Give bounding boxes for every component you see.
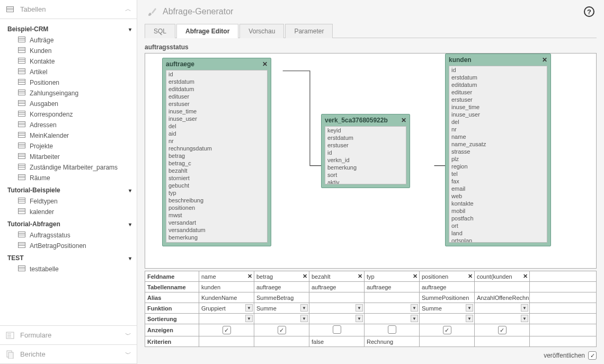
table-column[interactable]: versanddatum [166, 226, 267, 234]
grid-cell[interactable] [475, 324, 530, 336]
table-column[interactable]: inuse_user [449, 111, 547, 118]
tree-item[interactable]: Zahlungseingang [5, 88, 137, 99]
remove-column-icon[interactable]: ✕ [358, 273, 362, 280]
tree-item[interactable]: Ausgaben [5, 99, 137, 109]
grid-cell[interactable]: ▼ [420, 314, 475, 324]
grid-cell-empty[interactable] [530, 324, 597, 336]
grid-cell[interactable]: ▼ [475, 314, 530, 324]
help-button[interactable]: ? [584, 6, 594, 17]
table-column[interactable]: verkn_id [325, 156, 406, 164]
table-column[interactable]: del [166, 122, 267, 130]
table-box-header[interactable]: auftraege✕ [163, 58, 271, 70]
grid-cell[interactable] [420, 336, 475, 347]
remove-column-icon[interactable]: ✕ [523, 273, 528, 280]
grid-cell[interactable]: auftraege [254, 282, 309, 292]
grid-cell[interactable]: ▼ [309, 303, 365, 314]
table-column[interactable]: edituser [449, 88, 547, 96]
table-column[interactable]: mahnung [166, 241, 267, 243]
grid-cell[interactable] [475, 336, 530, 347]
grid-cell[interactable]: betrag✕ [254, 271, 309, 282]
tree-item[interactable]: Feldtypen [5, 196, 137, 207]
grid-cell[interactable]: ▼ [365, 303, 420, 314]
tab-preview[interactable]: Vorschau [239, 24, 284, 38]
sidebar-section-forms[interactable]: Formulare ﹀ [0, 326, 137, 345]
grid-cell-empty[interactable] [530, 292, 597, 303]
table-column[interactable]: kontakte [449, 200, 547, 207]
tree-item[interactable]: MeinKalender [5, 130, 137, 141]
table-column[interactable]: typ [166, 189, 267, 197]
show-checkbox[interactable] [333, 325, 341, 334]
table-column[interactable]: fax [449, 177, 547, 185]
dropdown-arrow-icon[interactable]: ▼ [356, 304, 363, 312]
tree-item[interactable]: Positionen [5, 77, 137, 88]
dropdown-arrow-icon[interactable]: ▼ [521, 304, 528, 312]
close-icon[interactable]: ✕ [542, 56, 547, 64]
table-box-header[interactable]: verk_5ca376805922b✕ [322, 114, 410, 126]
grid-cell[interactable] [254, 324, 309, 336]
dropdown-arrow-icon[interactable]: ▼ [411, 304, 418, 312]
remove-column-icon[interactable]: ✕ [247, 273, 252, 280]
sidebar-section-tables[interactable]: Tabellen ︿ [0, 0, 137, 19]
table-column[interactable]: aid [166, 130, 267, 137]
table-column[interactable]: storniert [166, 174, 267, 182]
table-column[interactable]: nr [449, 126, 547, 133]
table-column[interactable]: ort [449, 222, 547, 229]
tree-group[interactable]: Tutorial-Beispiele▾ [5, 183, 137, 196]
grid-cell[interactable]: Summe▼ [420, 303, 475, 314]
dropdown-arrow-icon[interactable]: ▼ [300, 315, 308, 322]
table-column[interactable]: betrag_c [166, 159, 267, 167]
publish-checkbox[interactable] [588, 351, 597, 360]
table-column[interactable]: name_zusatz [449, 140, 547, 148]
grid-cell[interactable]: ▼ [365, 314, 420, 324]
grid-cell[interactable]: ▼ [199, 314, 254, 324]
table-column[interactable]: erstuser [449, 96, 547, 103]
grid-cell[interactable]: Rechnung [365, 336, 420, 347]
tree-item[interactable]: ArtBetragPositionen [5, 241, 137, 251]
dropdown-arrow-icon[interactable]: ▼ [521, 315, 528, 322]
table-column[interactable]: editdatum [166, 85, 267, 93]
table-column[interactable]: id [166, 70, 267, 78]
grid-cell-empty[interactable] [530, 282, 597, 292]
grid-cell[interactable]: kunden [199, 282, 254, 292]
tree-item[interactable]: Artikel [5, 67, 137, 77]
grid-cell[interactable]: count(kunden✕ [475, 271, 530, 282]
remove-column-icon[interactable]: ✕ [303, 273, 307, 280]
tab-params[interactable]: Parameter [285, 24, 333, 38]
table-column[interactable]: postfach [449, 215, 547, 222]
remove-column-icon[interactable]: ✕ [468, 273, 473, 280]
grid-cell[interactable] [365, 292, 420, 303]
table-box[interactable]: verk_5ca376805922b✕keyiderstdatumerstuse… [321, 114, 410, 188]
table-column[interactable]: name [449, 133, 547, 140]
table-column[interactable]: positionen [166, 204, 267, 211]
table-column[interactable]: erstdatum [325, 134, 406, 141]
grid-cell[interactable]: ▼ [475, 303, 530, 314]
dropdown-arrow-icon[interactable]: ▼ [356, 315, 363, 322]
close-icon[interactable]: ✕ [401, 117, 406, 124]
table-column-list[interactable]: iderstdatumeditdatumeditusererstuserinus… [449, 66, 547, 243]
tree-item[interactable]: Auftragsstatus [5, 230, 137, 241]
dropdown-arrow-icon[interactable]: ▼ [411, 315, 418, 322]
tree-item[interactable]: Zuständige Mitarbeiter_params [5, 162, 137, 173]
tree-item[interactable]: testtabelle [5, 264, 137, 274]
dropdown-arrow-icon[interactable]: ▼ [245, 304, 253, 312]
table-column[interactable]: sort [325, 171, 406, 179]
dropdown-arrow-icon[interactable]: ▼ [466, 304, 473, 312]
grid-cell[interactable]: Gruppiert▼ [199, 303, 254, 314]
table-column[interactable]: bemerkung [166, 234, 267, 241]
table-column[interactable]: bemerkung [325, 164, 406, 171]
table-column[interactable]: aktiv [325, 179, 406, 184]
grid-cell[interactable]: ▼ [309, 314, 365, 324]
table-column[interactable]: mobil [449, 207, 547, 215]
show-checkbox[interactable] [223, 326, 231, 334]
grid-cell[interactable]: typ✕ [365, 271, 420, 282]
table-column[interactable]: inuse_user [166, 115, 267, 122]
tree-item[interactable]: Kunden [5, 46, 137, 56]
grid-cell[interactable] [199, 324, 254, 336]
table-box[interactable]: auftraege✕iderstdatumeditdatumedituserer… [162, 58, 271, 246]
tree-item[interactable]: Mitarbeiter [5, 152, 137, 162]
dropdown-arrow-icon[interactable]: ▼ [245, 315, 253, 322]
table-column[interactable]: inuse_time [449, 103, 547, 111]
table-column-list[interactable]: iderstdatumeditdatumeditusererstuserinus… [166, 70, 268, 243]
table-column[interactable]: inuse_time [166, 108, 267, 115]
grid-cell[interactable]: auftraege [309, 282, 365, 292]
